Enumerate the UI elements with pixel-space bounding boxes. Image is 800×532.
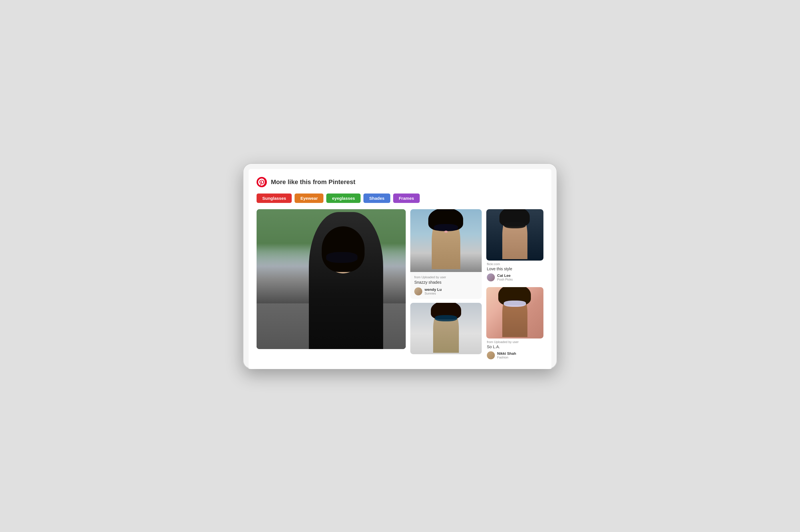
right-pin-1-username: Cat Lee [497,273,513,278]
device-frame: More like this from Pinterest Sunglasses… [243,163,557,369]
pin-card-1-person [410,209,482,272]
pin-card-1-username: wendy Lu [424,287,442,292]
tags-row: Sunglasses Eyewear eyeglasses Shades Fra… [257,193,543,203]
right-pin-2-user: Nikki Shah Fashion [487,352,543,359]
main-content: from Uploaded by user Snazzy shades wend… [257,209,543,361]
right-pin-1-source: flickr.com [487,262,543,266]
tag-eyewear[interactable]: Eyewear [295,193,323,203]
person-glasses [326,252,358,263]
right-pin-1-user: Cat Lee Posh Picks [487,273,543,281]
right-pin-1-image [486,209,543,261]
pin-card-1-source: from Uploaded by user [414,276,478,279]
right-pin-2-user-info: Nikki Shah Fashion [497,352,516,359]
right-pin-2-person [486,287,543,339]
right-pin-2-board: Fashion [497,356,516,359]
pinterest-logo-icon [257,177,267,187]
pin-card-1-user: wendy Lu Sunnies [414,287,478,296]
right-pin-2-username: Nikki Shah [497,352,516,356]
right-pin-1-user-info: Cat Lee Posh Picks [497,273,513,281]
person-hair [322,226,365,272]
pin-card-1-body: from Uploaded by user Snazzy shades wend… [410,272,482,299]
page-title: More like this from Pinterest [271,178,356,186]
pin-card-1-image [410,209,482,272]
pin-card-1-board: Sunnies [424,292,442,295]
right-pin-1-board: Posh Picks [497,278,513,281]
tag-eyeglasses[interactable]: eyeglasses [326,193,361,203]
pin-card-1-description: Snazzy shades [414,280,478,285]
right-pin-1-description: Love this style [487,267,543,271]
side-column: from Uploaded by user Snazzy shades wend… [410,209,482,354]
pin-card-2-person [410,303,482,354]
right-pin-2-meta: from Uploaded by user So L.A. Nikki Shah… [486,339,543,361]
right-pin-2[interactable]: from Uploaded by user So L.A. Nikki Shah… [486,287,543,361]
right-pin-1-meta: flickr.com Love this style Cat Lee Posh … [486,261,543,283]
panel: More like this from Pinterest Sunglasses… [249,169,551,369]
avatar-r1-img [487,273,495,281]
pin-card-1[interactable]: from Uploaded by user Snazzy shades wend… [410,209,482,299]
header: More like this from Pinterest [257,177,543,187]
tag-frames[interactable]: Frames [393,193,420,203]
right-pin-1-person [486,209,543,261]
main-pin-visual [257,209,406,349]
right-column: flickr.com Love this style Cat Lee Posh … [486,209,543,361]
right-pin-1[interactable]: flickr.com Love this style Cat Lee Posh … [486,209,543,283]
tag-sunglasses[interactable]: Sunglasses [257,193,292,203]
avatar-1-img [414,287,422,296]
pin-card-1-user-info: wendy Lu Sunnies [424,287,442,295]
pin-card-2[interactable] [410,303,482,354]
pin-card-1-avatar [414,287,422,296]
right-pin-2-description: So L.A. [487,344,543,349]
right-pin-2-avatar [487,352,495,359]
avatar-r2-img [487,352,495,359]
pin-card-2-image [410,303,482,354]
main-pin-image[interactable] [257,209,406,349]
right-pin-1-avatar [487,273,495,281]
tag-shades[interactable]: Shades [363,193,390,203]
right-pin-2-source: from Uploaded by user [487,340,543,344]
right-pin-2-image [486,287,543,339]
device-screen: More like this from Pinterest Sunglasses… [249,169,551,369]
